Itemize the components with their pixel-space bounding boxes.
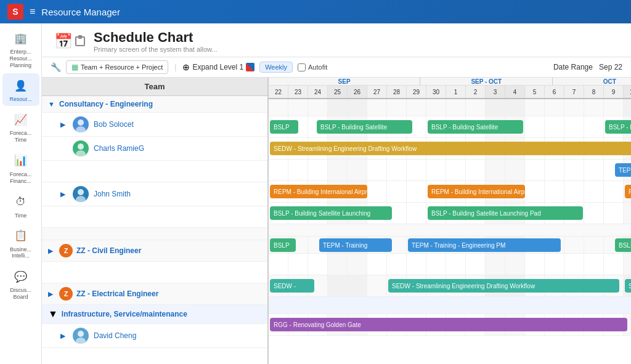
expand-icon: ⊕: [182, 62, 190, 72]
day-10: 10: [624, 86, 631, 98]
group-toggle-electrical[interactable]: ▶: [48, 290, 55, 298]
autofit-checkbox[interactable]: [298, 63, 306, 71]
sidebar-label-time: Time: [15, 212, 27, 219]
view-toggle-btn[interactable]: Weekly: [259, 62, 293, 73]
bar-charls-sedw[interactable]: SEDW - Streamlining Engineering Drafting…: [270, 142, 631, 155]
group-electrical[interactable]: ▶ Z ZZ - Electrical Engineer: [42, 283, 267, 305]
gantt-row-charls-1: REPM - Building Internaional Airprt SEDW…: [269, 138, 631, 160]
day-25: 25: [328, 86, 348, 98]
gantt-group-infra: [269, 297, 631, 314]
forecast-time-icon: 📈: [12, 111, 30, 128]
svg-point-0: [78, 119, 84, 126]
topbar: S ≡ Resource Manager: [0, 0, 631, 23]
filter-btn[interactable]: ▦ Team + Resource + Project: [66, 60, 168, 74]
forecast-finance-icon: 📊: [12, 152, 30, 169]
app-logo: S: [7, 4, 23, 20]
settings-icon: 🔧: [51, 62, 61, 72]
hamburger-menu[interactable]: ≡: [30, 6, 35, 17]
member-toggle-david[interactable]: ▶: [60, 332, 68, 340]
filter-label: Team + Resource + Project: [81, 63, 163, 71]
spacer-1: [42, 228, 267, 240]
member-toggle-bob[interactable]: ▶: [60, 121, 68, 129]
sidebar-item-enterprise[interactable]: 🏢 Enterp...Resour...Planning: [2, 26, 39, 72]
day-29: 29: [407, 86, 426, 98]
business-icon: 📋: [12, 227, 30, 245]
avatar-david: [73, 328, 89, 344]
schedule-chart-icon: 📅: [54, 33, 73, 50]
day-header-row: 22 23 24 25 26 27 28 29 30 1 2 3 4 5: [269, 86, 631, 99]
bar-civil-tepm-1[interactable]: TEPM - Training: [319, 238, 392, 252]
month-oct-1: OCT: [553, 78, 631, 85]
bar-bob-2[interactable]: BSLP - Building Satellite: [317, 120, 412, 134]
bar-bob-3[interactable]: BSLP - Building Satellite: [428, 120, 523, 134]
day-27: 27: [367, 86, 387, 98]
svg-point-4: [78, 189, 84, 195]
sidebar-label-business: Busine...Intelli...: [10, 246, 31, 260]
svg-point-1: [76, 126, 86, 132]
gantt-row-bob: BSLP BSLP - Building Satellite BSLP - Bu…: [269, 116, 631, 138]
civil-extra-row: [42, 262, 267, 283]
team-panel-header: Team: [42, 78, 267, 96]
sidebar-item-time[interactable]: ⏱ Time: [2, 190, 39, 222]
autofit-checkbox-wrap[interactable]: Autofit: [298, 63, 327, 71]
group-toggle-civil[interactable]: ▶: [48, 247, 55, 255]
gantt-row-civil-2: TEPM - Tra...: [269, 254, 631, 275]
member-row-bob[interactable]: ▶ Bob Solocet: [42, 113, 267, 137]
day-5: 5: [525, 86, 545, 98]
day-24: 24: [308, 86, 328, 98]
bar-john-repm-1[interactable]: REPM - Building Internaional Airprt: [270, 185, 367, 198]
svg-point-2: [78, 144, 84, 150]
avatar-electrical: Z: [59, 287, 73, 301]
subgroup-toggle-infra[interactable]: ▼: [48, 309, 58, 320]
subgroup-infrastructure[interactable]: ▼ Infrastructure, Service/maintenance: [42, 305, 267, 324]
group-label-electrical: ZZ - Electrical Engineer: [76, 289, 158, 298]
gantt-area[interactable]: SEP SEP - OCT OCT OCT 22 23 24 25 26 27 …: [269, 78, 631, 364]
sidebar-item-discuss[interactable]: 💬 Discus...Board: [2, 264, 39, 304]
bar-john-repm-2[interactable]: REPM - Building International Airprt: [428, 185, 525, 198]
bar-civil-bslp[interactable]: BSLP: [270, 238, 296, 252]
page-title: Schedule Chart: [94, 30, 218, 46]
group-toggle-consultancy[interactable]: ▼: [48, 100, 55, 108]
page-subtitle: Primary screen of the system that allow.…: [94, 46, 218, 53]
group-consultancy[interactable]: ▼ Consultancy - Engineering: [42, 96, 267, 113]
day-6: 6: [545, 86, 564, 98]
svg-point-6: [78, 331, 84, 337]
member-name-bob: Bob Solocet: [94, 120, 134, 129]
member-row-john[interactable]: ▶ John Smith: [42, 182, 267, 206]
member-row-david[interactable]: ▶ David Cheng: [42, 324, 267, 348]
bar-civil-bslp-2[interactable]: BSLP - Building Satellite: [615, 238, 631, 252]
sidebar-item-forecast-time[interactable]: 📈 Foreca...Time: [2, 107, 39, 147]
page-header-text: Schedule Chart Primary screen of the sys…: [94, 30, 218, 53]
sidebar-item-resource[interactable]: 👤 Resour...: [2, 73, 39, 106]
gantt-spacer-1: [269, 224, 631, 237]
group-civil[interactable]: ▶ Z ZZ - Civil Engineer: [42, 240, 267, 262]
main-layout: 🏢 Enterp...Resour...Planning 👤 Resour...…: [0, 23, 631, 364]
bar-electrical-sedw-2[interactable]: SEDW - Streamlining Engineering Drafting…: [388, 279, 619, 293]
date-range-label-text: Date Range: [553, 63, 593, 71]
sidebar: 🏢 Enterp...Resour...Planning 👤 Resour...…: [0, 23, 42, 364]
bar-john-repm-3[interactable]: REPM - Building Intern...: [625, 185, 631, 198]
bar-bob-1[interactable]: BSLP: [270, 120, 298, 134]
expand-label: Expand Level 1: [192, 63, 243, 71]
day-2: 2: [466, 86, 486, 98]
bar-charls-tepm[interactable]: TEPM - Training - Engineering PM: [615, 163, 631, 177]
day-23: 23: [288, 86, 308, 98]
bar-david-rgg[interactable]: RGG - Renovating Golden Gate: [270, 318, 627, 331]
bar-bob-4[interactable]: BSLP - Building Satellite Launching: [605, 120, 631, 134]
sidebar-item-business[interactable]: 📋 Busine...Intelli...: [2, 224, 39, 264]
bar-civil-tepm-2[interactable]: TEPM - Training - Engineering PM: [408, 238, 561, 252]
bar-electrical-sedw-3[interactable]: SEDW - Streamlining Engine...: [625, 279, 631, 293]
bar-john-bslp-1[interactable]: BSLP - Building Satellite Launching: [270, 206, 392, 220]
day-3: 3: [486, 86, 505, 98]
gantt-row-david: RGG - Renovating Golden Gate REPM - Bu..…: [269, 314, 631, 336]
bar-john-bslp-2[interactable]: BSLP - Building Satellite Launching Pad: [428, 206, 583, 220]
expand-color-indicator: [246, 63, 254, 71]
schedule-area: Team ▼ Consultancy - Engineering ▶ Bob S…: [42, 78, 631, 364]
bar-electrical-sedw-1[interactable]: SEDW -: [270, 279, 314, 293]
john-extra-row: [42, 206, 267, 228]
sidebar-item-forecast-finance[interactable]: 📊 Foreca...Financ...: [2, 148, 39, 188]
member-toggle-john[interactable]: ▶: [60, 190, 68, 198]
member-row-charls[interactable]: Charls RamieG: [42, 137, 267, 161]
day-28: 28: [387, 86, 407, 98]
expand-level-btn[interactable]: ⊕ Expand Level 1: [182, 62, 254, 72]
